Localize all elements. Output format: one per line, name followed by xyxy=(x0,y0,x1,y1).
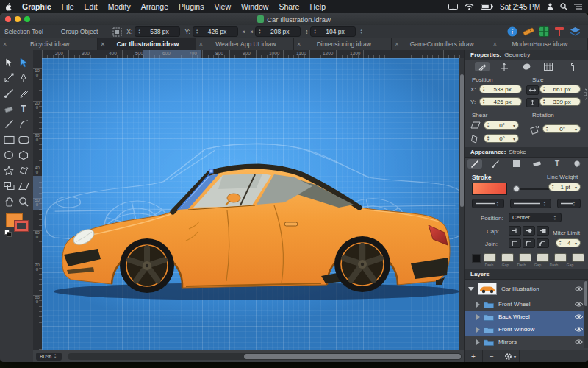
title-bar[interactable]: Car Illustration.idraw xyxy=(0,13,588,25)
user-icon[interactable] xyxy=(547,3,553,10)
menu-plugins[interactable]: Plugins xyxy=(173,2,209,11)
tab-eraser-icon[interactable] xyxy=(529,159,544,169)
text-tool-icon[interactable]: T xyxy=(18,103,29,115)
stroke-style-dropdown-1[interactable]: ▴▾ xyxy=(472,199,504,208)
layers-toggle-icon[interactable] xyxy=(570,26,581,37)
tab-fill-icon[interactable] xyxy=(509,159,523,169)
ruler-toggle-icon[interactable] xyxy=(523,26,534,37)
zoom-tool-icon[interactable] xyxy=(18,196,29,208)
visibility-eye-icon[interactable] xyxy=(574,326,584,333)
shear-y-field[interactable]: ▴▾0°▾ xyxy=(484,134,519,143)
close-icon[interactable]: × xyxy=(294,40,304,48)
canvas-horizontal-scrollbar[interactable] xyxy=(68,353,462,360)
scrollbar-thumb[interactable] xyxy=(244,354,461,359)
menu-share[interactable]: Share xyxy=(273,2,304,11)
toolbar-y-field[interactable]: ▴▾ 426 px xyxy=(193,26,238,37)
side-mirror[interactable] xyxy=(227,194,240,202)
toolbar-height-field[interactable]: ▴▾ 104 px xyxy=(310,26,356,37)
visibility-eye-icon[interactable] xyxy=(574,314,584,320)
dash-field[interactable] xyxy=(554,253,567,262)
menu-help[interactable]: Help xyxy=(304,2,331,11)
disclosure-closed-icon[interactable] xyxy=(476,327,480,333)
tab-gamecontrollers[interactable]: ×GameControllers.idraw xyxy=(392,38,490,50)
stroke-style-dropdown-3[interactable]: ▴▾ xyxy=(557,199,581,208)
close-icon[interactable]: × xyxy=(196,40,206,48)
visibility-eye-icon[interactable] xyxy=(574,339,584,345)
tab-shadow-icon[interactable] xyxy=(570,159,585,169)
join-miter-button[interactable] xyxy=(509,238,521,248)
stepper-icon[interactable]: ▴▾ xyxy=(314,29,315,35)
layer-row-front-wheel[interactable]: Front Wheel xyxy=(465,298,584,311)
x-field[interactable]: ▴▾538 px xyxy=(479,85,522,93)
rectangle-tool-icon[interactable] xyxy=(3,134,15,146)
front-wheel[interactable] xyxy=(120,238,174,293)
width-field[interactable]: ▴▾661 px xyxy=(539,85,581,93)
battery-icon[interactable] xyxy=(481,4,493,10)
display-mirroring-icon[interactable] xyxy=(448,4,458,10)
back-wheel[interactable] xyxy=(334,236,390,292)
join-bevel-button[interactable] xyxy=(537,238,549,248)
canvas[interactable] xyxy=(42,58,459,350)
tab-shape-icon[interactable] xyxy=(519,62,534,71)
brush-tool-icon[interactable] xyxy=(3,88,15,99)
close-icon[interactable]: × xyxy=(490,40,500,48)
tab-transform-icon[interactable] xyxy=(497,62,512,71)
zoom-window-button[interactable] xyxy=(24,16,30,22)
stepper-icon[interactable]: ▴▾ xyxy=(138,29,140,35)
menu-file[interactable]: File xyxy=(57,2,79,11)
cap-square-button[interactable] xyxy=(537,226,549,236)
rounded-rectangle-tool-icon[interactable] xyxy=(18,134,29,146)
info-toggle-icon[interactable]: i xyxy=(507,26,517,37)
tab-table-icon[interactable] xyxy=(541,62,556,71)
layer-row-car-illustration[interactable]: Car Illustration xyxy=(465,280,584,297)
swap-colors-icon[interactable] xyxy=(7,232,12,237)
frame-tool-icon[interactable] xyxy=(3,180,15,192)
appearance-toggle-icon[interactable] xyxy=(554,26,564,37)
notification-center-icon[interactable] xyxy=(574,4,582,10)
close-icon[interactable]: × xyxy=(392,40,401,48)
car-artwork[interactable] xyxy=(42,58,459,350)
apple-menu-icon[interactable] xyxy=(0,3,17,11)
spotlight-search-icon[interactable] xyxy=(560,3,567,10)
gap-field[interactable] xyxy=(537,253,549,262)
stepper-icon[interactable]: ▴▾ xyxy=(54,353,56,359)
tab-document-icon[interactable] xyxy=(563,62,578,71)
close-window-button[interactable] xyxy=(5,16,11,22)
pen-tool-icon[interactable] xyxy=(18,72,29,84)
tab-text-style-icon[interactable]: T xyxy=(550,159,564,169)
close-icon[interactable]: × xyxy=(98,40,107,48)
stroke-position-dropdown[interactable]: Center▴▾ xyxy=(509,213,562,222)
zoom-level-control[interactable]: 80% ▴▾ xyxy=(36,353,62,361)
selection-tool-icon[interactable] xyxy=(3,57,15,68)
stroke-color-well[interactable] xyxy=(472,183,507,195)
menu-arrange[interactable]: Arrange xyxy=(136,2,173,11)
tab-brush-icon[interactable] xyxy=(488,159,503,169)
selection-tool-menu[interactable]: Selection Tool xyxy=(0,28,48,35)
disclosure-closed-icon[interactable] xyxy=(476,314,480,320)
add-layer-button[interactable]: + xyxy=(465,350,483,362)
stroke-color-swatch[interactable] xyxy=(15,221,28,231)
tab-weather-app-ui[interactable]: ×Weather App UI.idraw xyxy=(196,38,294,50)
cap-round-button[interactable] xyxy=(523,226,535,236)
layer-settings-gear-icon[interactable]: ▾ xyxy=(501,350,520,362)
y-field[interactable]: ▴▾426 px xyxy=(479,97,522,106)
tab-bicyclist[interactable]: ×Bicyclist.idraw xyxy=(0,38,98,50)
stepper-icon[interactable]: ▴▾ xyxy=(196,29,198,35)
miter-limit-field[interactable]: ▴▾4▾ xyxy=(556,238,581,247)
line-weight-field[interactable]: ▴▾1 pt▾ xyxy=(548,183,581,191)
dash-field[interactable] xyxy=(484,253,496,262)
hand-tool-icon[interactable] xyxy=(3,196,15,208)
stepper-icon[interactable]: ▴▾ xyxy=(360,29,362,35)
layers-scrollbar[interactable] xyxy=(584,280,588,348)
dash-field[interactable] xyxy=(519,253,531,262)
visibility-eye-icon[interactable] xyxy=(574,286,584,292)
rotation-field[interactable]: ▴▾0°▾ xyxy=(542,124,581,133)
dash-pattern-swatch[interactable] xyxy=(472,254,481,263)
polygon-tool-icon[interactable] xyxy=(18,149,29,161)
gap-field[interactable] xyxy=(572,253,584,262)
line-tool-icon[interactable] xyxy=(3,118,15,130)
wifi-icon[interactable] xyxy=(465,4,474,10)
gap-field[interactable] xyxy=(501,253,514,262)
close-icon[interactable]: × xyxy=(0,40,10,48)
rotate-shape-tool-icon[interactable] xyxy=(18,165,29,177)
